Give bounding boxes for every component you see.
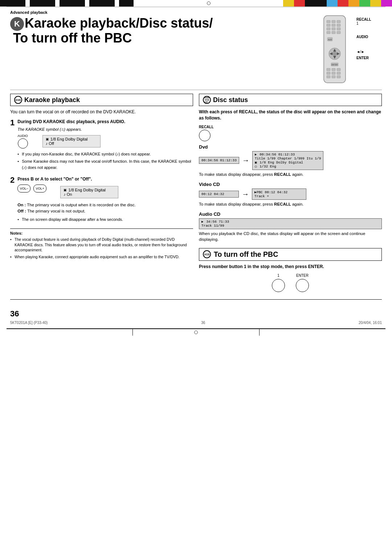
audiocd-note: When you playback the CD disc, the statu…	[199, 231, 382, 242]
notes-list: The vocal output feature is used during …	[10, 237, 193, 260]
disc-status-section: DVDVCDCD Disc status With each press of …	[199, 94, 382, 292]
karaoke-title: Karaoke playback	[24, 96, 80, 104]
pbc-description: Press number button 1 in the stop mode, …	[199, 264, 382, 270]
vol-plus-btn: VOL+	[33, 185, 46, 193]
audiocd-status-section: Audio CD ▶ 34:56 71:33 Track 11/99 When …	[199, 211, 382, 242]
top-color-bar	[0, 0, 392, 7]
notes-section: Notes: The vocal output feature is used …	[10, 228, 193, 260]
on-off-desc: On : The primary vocal is output when it…	[17, 202, 193, 215]
dvd-screen-right: ▶ 00:34:56 01:12:33 Title 1/99 Chapter 1…	[252, 151, 323, 170]
page-footer: 36	[0, 307, 392, 321]
disc-status-title: Disc status	[213, 96, 248, 104]
videocd-status-display: 00:12 04:32 → ▶PBC 00:12 04:32 Track +	[199, 189, 382, 200]
dvd-screen-left: 00:34:56 01:12:33	[199, 157, 239, 164]
remote-labels: RECALL 1 AUDIO ◄/► ENTER	[356, 14, 371, 60]
main-content: DVD Karaoke playback You can turn the vo…	[10, 94, 382, 292]
svg-rect-31	[337, 76, 340, 78]
svg-rect-30	[332, 76, 335, 78]
videocd-recall-note: To make status display disappear, press …	[199, 201, 382, 207]
svg-rect-25	[337, 68, 340, 71]
bottom-bar	[7, 328, 385, 336]
bullet2-item1: The on screen display will disappear aft…	[17, 216, 193, 223]
pbc-title: To turn off the PBC	[214, 250, 278, 259]
svg-rect-3	[337, 20, 340, 23]
svg-rect-24	[332, 68, 335, 71]
step2-display: ▣ 1/8 Eng Dolby Digital ♪ On	[60, 186, 118, 198]
header-area: Advanced playback KKaraoke playback/Disc…	[0, 7, 392, 88]
karaoke-section: DVD Karaoke playback You can turn the vo…	[10, 94, 193, 292]
audio-btn-label: AUDIO	[17, 134, 28, 138]
vcd-disc-icon: VCD	[203, 250, 211, 258]
videocd-right-row1: ▶PBC 00:12 04:32	[254, 190, 304, 194]
step1-display: ▣ 1/8 Eng Dolby Digital ♪ Off	[42, 135, 101, 147]
header-left: Advanced playback KKaraoke playback/Disc…	[10, 10, 317, 45]
off-desc: Off : The primary vocal is not output.	[17, 208, 193, 214]
disc-status-icon: DVDVCDCD	[203, 96, 211, 104]
dvd-title: Dvd	[199, 144, 382, 150]
step2-content: Press B or A to select "On" or "Off". VO…	[17, 176, 193, 224]
enter-label: ENTER	[356, 56, 371, 60]
pbc-buttons-area: 1 ENTER	[199, 274, 382, 292]
footer-date: 20/4/04, 16:01	[359, 321, 382, 325]
svg-rect-4	[327, 24, 330, 27]
svg-rect-6	[337, 24, 340, 27]
bullet1-item2: Some Karaoke discs may not have the voca…	[17, 158, 193, 170]
svg-rect-28	[337, 72, 340, 74]
note-item2: When playing Karaoke, connect appropriat…	[10, 254, 193, 260]
dvd-status-section: Dvd 00:34:56 01:12:33 → ▶ 00:34:56 01:12…	[199, 144, 382, 177]
disc-status-header: DVDVCDCD Disc status	[199, 94, 382, 106]
svg-rect-10	[327, 31, 330, 34]
dvd-right-row1: ▶ 00:34:56 01:12:33	[255, 153, 321, 157]
step1-display-line1: ▣ 1/8 Eng Dolby Digital	[46, 137, 97, 141]
videocd-arrow: →	[242, 190, 249, 198]
karaoke-description: You can turn the vocal on or off recorde…	[10, 109, 193, 115]
svg-rect-9	[337, 28, 340, 30]
karaoke-bullets2: The on screen display will disappear aft…	[17, 216, 193, 223]
karaoke-bullets1: If you play non-Karaoke disc, the KARAOK…	[17, 151, 193, 171]
svg-rect-11	[332, 31, 335, 34]
audiocd-screen: ▶ 34:56 71:33 Track 11/99	[199, 218, 382, 229]
arrow-label: ◄/►	[356, 50, 371, 54]
step1-number: 1	[10, 119, 15, 172]
step1-content: During DVD KARAOKE disc playback, press …	[17, 119, 193, 172]
pbc-enter-icon	[296, 279, 309, 292]
on-desc: On : The primary vocal is output when it…	[17, 202, 193, 208]
pbc-section-header: VCD To turn off the PBC	[199, 248, 382, 261]
audio-label: AUDIO	[356, 35, 371, 39]
dvd-right-row4: ◯ 1/32 Eng	[255, 165, 321, 169]
videocd-right-row2: Track +	[254, 194, 304, 198]
vol-minus-btn: VOL–	[17, 185, 30, 193]
pbc-enter-label: ENTER	[296, 274, 309, 278]
recall-top-label: RECALL	[199, 125, 382, 129]
videocd-left-row1: 00:12 04:32	[201, 192, 236, 196]
karaoke-step1: 1 During DVD KARAOKE disc playback, pres…	[10, 119, 193, 172]
videocd-screen-left: 00:12 04:32	[199, 191, 239, 198]
step2-instruction: Press B or A to select "On" or "Off".	[17, 176, 193, 182]
vol-buttons: VOL– VOL+ ▣ 1/8 Eng Dolby Digital ♪ On	[17, 185, 193, 200]
svg-text:ENTER: ENTER	[332, 64, 338, 66]
dvd-right-row3: ▣ 1/8 Eng Dolby Digital	[255, 161, 321, 165]
step1-note: The KARAOKE symbol (♫) appears.	[17, 127, 193, 131]
pbc-button1-icon	[272, 279, 285, 292]
audiocd-row1: ▶ 34:56 71:33	[201, 220, 379, 224]
svg-text:AUD: AUD	[328, 39, 332, 41]
svg-rect-27	[332, 72, 335, 74]
recall-num: 1	[356, 21, 371, 25]
footer-code: 5KT0201A [E] (P33-40)	[10, 321, 48, 325]
remote-illustration: AUD ENTER	[317, 14, 353, 88]
pbc-enter-wrap: ENTER	[296, 274, 309, 292]
pbc-btn1-label: 1	[277, 274, 279, 278]
disc-status-description: With each press of RECALL, the status of…	[199, 109, 382, 121]
svg-rect-1	[327, 20, 330, 23]
svg-rect-2	[332, 20, 335, 23]
dvd-arrow: →	[242, 156, 249, 165]
svg-rect-29	[327, 76, 330, 78]
svg-rect-23	[327, 68, 330, 71]
page-number: 36	[10, 309, 19, 319]
recall-btn-area: RECALL	[199, 125, 382, 141]
note-item1: The vocal output feature is used during …	[10, 237, 193, 253]
dvd-disc-icon: DVD	[14, 96, 22, 104]
svg-point-20	[332, 52, 337, 56]
footer-page-num2: 36	[201, 321, 205, 325]
step2-display-line1: ▣ 1/8 Eng Dolby Digital	[64, 188, 115, 192]
